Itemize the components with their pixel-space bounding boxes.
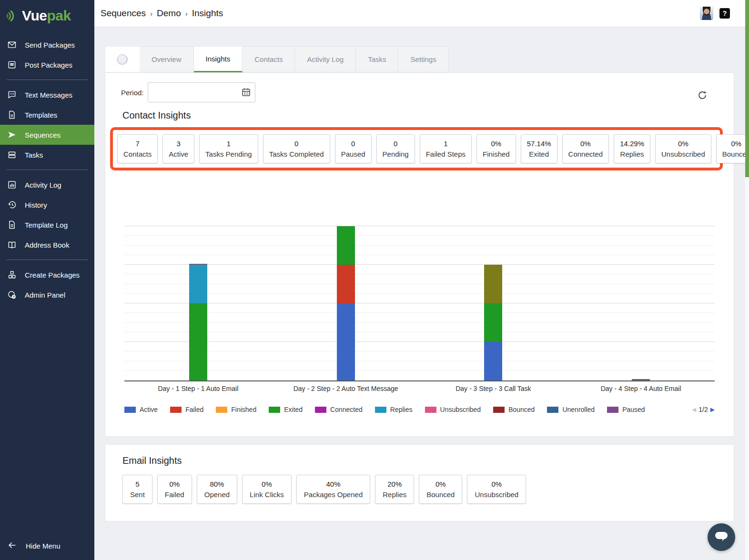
minor-gridline	[124, 332, 715, 332]
major-gridline	[124, 341, 715, 342]
stat-label: Replies	[383, 490, 406, 499]
stacked-bar-2	[337, 227, 355, 380]
legend-swatch	[315, 407, 326, 413]
sidebar-item-label: Post Packages	[25, 61, 72, 69]
stat-value: 0%	[483, 140, 510, 148]
sidebar-item-admin-panel[interactable]: Admin Panel	[0, 285, 94, 305]
contact-stat-connected: 0%Connected	[562, 134, 609, 163]
tab-contacts[interactable]: Contacts	[243, 46, 295, 72]
tab-toggle-container	[105, 46, 140, 72]
stat-value: 0%	[165, 480, 184, 488]
hide-menu-button[interactable]: Hide Menu	[0, 536, 94, 555]
legend-prev-arrow-icon[interactable]: ◀	[692, 406, 696, 413]
sidebar-item-template-log[interactable]: Template Log	[0, 215, 94, 235]
tabs: OverviewInsightsContactsActivity LogTask…	[140, 46, 449, 72]
zero-value-sliver	[632, 379, 650, 380]
help-button[interactable]: ?	[719, 8, 730, 19]
legend-item-failed: Failed	[170, 406, 203, 413]
tab-overview[interactable]: Overview	[140, 46, 194, 72]
tab-tasks[interactable]: Tasks	[356, 46, 398, 72]
stat-value: 20%	[383, 480, 406, 488]
minor-gridline	[124, 284, 715, 284]
email-stat-failed: 0%Failed	[157, 475, 192, 504]
legend-item-connected: Connected	[315, 406, 363, 413]
stat-label: Sent	[130, 490, 145, 499]
stat-label: Unsubscribed	[661, 150, 705, 158]
refresh-icon[interactable]	[697, 90, 708, 102]
chat-widget-button[interactable]	[708, 523, 735, 551]
sidebar-item-history[interactable]: History	[0, 195, 94, 215]
contact-stat-replies: 14.29%Replies	[614, 134, 650, 163]
minor-gridline	[124, 322, 715, 323]
legend-label: Replies	[390, 406, 413, 413]
minor-gridline	[124, 255, 715, 255]
sidebar-nav: Send PackagesPost PackagesText MessagesT…	[0, 32, 94, 308]
period-input[interactable]	[148, 82, 255, 102]
stat-value: 7	[123, 140, 152, 148]
legend-swatch	[216, 407, 227, 413]
email-stat-packages-opened: 40%Packages Opened	[296, 475, 370, 504]
contact-stat-paused: 0Paused	[335, 134, 372, 163]
stack-icon	[7, 150, 17, 160]
legend-swatch	[124, 407, 136, 413]
sidebar-item-templates[interactable]: Templates	[0, 105, 94, 125]
sidebar-item-text-messages[interactable]: Text Messages	[0, 85, 94, 105]
hide-menu-label: Hide Menu	[26, 542, 61, 550]
sidebar-group: Activity LogHistoryTemplate LogAddress B…	[0, 172, 94, 258]
user-avatar[interactable]	[700, 7, 713, 20]
tab-insights[interactable]: Insights	[194, 46, 243, 72]
stat-value: 5	[130, 480, 145, 488]
template-icon	[7, 110, 17, 120]
sidebar-item-label: Tasks	[25, 151, 43, 159]
chart-legend: ActiveFailedFinishedExitedConnectedRepli…	[124, 406, 715, 413]
bar-segment-failed	[337, 265, 355, 303]
toggle-knob[interactable]	[117, 54, 127, 64]
breadcrumb-item-demo[interactable]: Demo	[157, 8, 181, 19]
legend-item-paused: Paused	[607, 406, 645, 413]
stat-value: 57.14%	[527, 140, 551, 148]
tab-settings[interactable]: Settings	[398, 46, 448, 72]
contact-stat-contacts: 7Contacts	[117, 134, 158, 163]
sidebar-item-create-packages[interactable]: Create Packages	[0, 265, 94, 285]
legend-swatch	[547, 407, 558, 413]
stat-value: 1	[426, 140, 466, 148]
breadcrumb: Sequences›Demo›Insights	[101, 8, 223, 19]
mail-icon	[7, 40, 17, 50]
sidebar-item-send-packages[interactable]: Send Packages	[0, 35, 94, 55]
sidebar-item-tasks[interactable]: Tasks	[0, 145, 94, 165]
toggle-switch[interactable]	[117, 55, 128, 64]
sidebar-item-post-packages[interactable]: Post Packages	[0, 55, 94, 75]
contact-stat-exited: 57.14%Exited	[521, 134, 557, 163]
bar-chart-icon	[7, 180, 17, 190]
tab-activity-log[interactable]: Activity Log	[295, 46, 356, 72]
stat-value: 0%	[661, 140, 705, 148]
legend-label: Active	[140, 406, 158, 413]
email-insights-title: Email Insights	[122, 455, 734, 466]
sidebar-group: Create PackagesAdmin Panel	[0, 262, 94, 308]
category-label: Day - 1 Step - 1 Auto Email	[124, 385, 272, 392]
scrollbar-track[interactable]	[745, 0, 749, 560]
chat-bubble-icon	[714, 530, 729, 544]
legend-label: Paused	[622, 406, 645, 413]
bar-segment-active	[337, 303, 355, 380]
sidebar-item-label: Create Packages	[25, 271, 80, 279]
sidebar-item-activity-log[interactable]: Activity Log	[0, 175, 94, 195]
stat-label: Tasks Completed	[269, 150, 324, 158]
contact-stat-unsubscribed: 0%Unsubscribed	[655, 134, 711, 163]
sidebar-group: Send PackagesPost Packages	[0, 32, 94, 78]
stat-label: Failed	[165, 490, 184, 499]
book-icon	[7, 240, 17, 250]
bar-segment-exited	[337, 226, 355, 265]
sidebar-item-label: Admin Panel	[25, 291, 65, 299]
email-stat-opened: 80%Opened	[197, 475, 237, 504]
legend-swatch	[269, 407, 280, 413]
sidebar-item-sequences[interactable]: Sequences	[0, 125, 94, 145]
breadcrumb-item-sequences[interactable]: Sequences	[101, 8, 146, 19]
stat-value: 40%	[304, 480, 363, 488]
contact-insights-title: Contact Insights	[122, 110, 734, 121]
scrollbar-thumb[interactable]	[745, 0, 749, 177]
calendar-icon[interactable]	[241, 87, 251, 99]
legend-next-arrow-icon[interactable]: ▶	[710, 406, 715, 413]
stat-label: Tasks Pending	[205, 150, 252, 158]
sidebar-item-address-book[interactable]: Address Book	[0, 235, 94, 255]
